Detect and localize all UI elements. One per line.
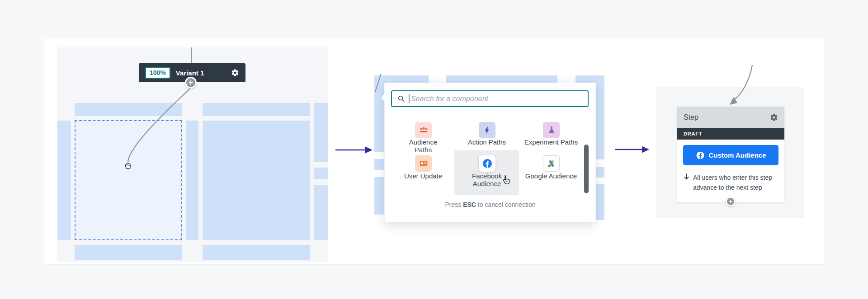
canvas-gap: [596, 178, 604, 184]
step-description: All users who enter this step advance to…: [683, 173, 778, 192]
connector-line: [191, 47, 192, 64]
canvas-block: [186, 121, 198, 240]
component-tile-user-update[interactable]: [415, 155, 432, 172]
canvas-block: [203, 245, 310, 260]
flask-icon: [547, 126, 556, 135]
search-input[interactable]: [411, 95, 588, 103]
component-label: Google Audience: [524, 172, 578, 180]
canvas-gap: [314, 179, 328, 185]
id-card-icon: [419, 159, 429, 168]
canvas-gap: [314, 162, 328, 168]
gear-icon[interactable]: [770, 113, 778, 121]
search-icon: [397, 95, 405, 103]
page-background: 100% Variant 1: [0, 0, 868, 299]
canvas-gap: [374, 152, 384, 159]
canvas-block: [446, 75, 557, 83]
canvas-block: [314, 103, 328, 240]
canvas-block: [75, 103, 182, 116]
plus-icon: [728, 199, 733, 204]
add-step-button[interactable]: [185, 77, 197, 89]
step-desc-line2: advance to the next step: [693, 182, 772, 192]
text-caret: [409, 94, 410, 103]
custom-audience-button[interactable]: Custom Audience: [683, 145, 778, 165]
canvas-block: [576, 75, 596, 83]
people-icon: [419, 125, 429, 135]
journey-canvas-before: 100% Variant 1: [57, 47, 328, 262]
component-tile-action-paths[interactable]: [479, 122, 495, 138]
footer-prefix: Press: [445, 201, 463, 208]
plus-icon: [188, 80, 193, 85]
canvas-block: [75, 245, 182, 260]
popup-footer: Press ESC to cancel connection: [385, 201, 595, 208]
popup-caret: [381, 93, 385, 102]
add-step-button[interactable]: [726, 196, 736, 206]
flow-arrow: [333, 145, 376, 155]
variant-label: Variant 1: [176, 69, 231, 77]
drop-target[interactable]: [75, 120, 182, 240]
footer-key: ESC: [463, 201, 476, 208]
search-field: [391, 90, 589, 107]
step-desc-line1: All users who enter this step: [693, 173, 772, 182]
canvas-block: [596, 75, 604, 220]
component-tile-experiment-paths[interactable]: [543, 122, 560, 138]
grab-cursor-icon: [122, 160, 133, 171]
component-picker-popup: Audience Paths Action Paths Experiment P…: [385, 83, 595, 222]
arrow-down-icon: [683, 173, 690, 182]
bolt-icon: [483, 126, 492, 135]
component-tile-audience-paths[interactable]: [415, 122, 432, 138]
component-label: Experiment Paths: [524, 138, 578, 146]
footer-suffix: to cancel connection: [476, 201, 536, 208]
pointer-cursor-icon: [501, 175, 512, 186]
flow-arrow: [610, 144, 654, 155]
component-label: Audience Paths: [401, 138, 446, 154]
step-card[interactable]: Step DRAFT Custom Audience All users who…: [677, 107, 784, 202]
facebook-icon: [482, 158, 493, 169]
canvas-gap: [374, 170, 384, 177]
component-label: Action Paths: [464, 138, 509, 146]
step-title: Step: [684, 113, 698, 121]
connector-arrow: [720, 62, 760, 107]
component-label: User Update: [401, 172, 446, 180]
facebook-icon: [696, 151, 705, 160]
step-card-body: Custom Audience All users who enter this…: [677, 140, 784, 202]
variant-percent-chip: 100%: [145, 67, 170, 79]
component-tile-google-audience[interactable]: [543, 155, 560, 172]
step-card-header: Step: [677, 107, 784, 128]
canvas-block: [203, 121, 310, 240]
gear-icon[interactable]: [231, 69, 239, 77]
canvas-block: [384, 75, 429, 83]
connector-line: [373, 62, 384, 93]
status-badge: DRAFT: [677, 128, 784, 140]
canvas-block: [203, 103, 310, 116]
canvas-gap: [596, 159, 604, 167]
component-tile-facebook-audience[interactable]: [479, 155, 495, 172]
scrollbar-thumb[interactable]: [584, 145, 589, 193]
journey-canvas-after: Step DRAFT Custom Audience All users who…: [656, 87, 804, 218]
canvas-block: [57, 121, 71, 240]
custom-audience-label: Custom Audience: [709, 151, 766, 159]
google-ads-icon: [547, 159, 557, 168]
